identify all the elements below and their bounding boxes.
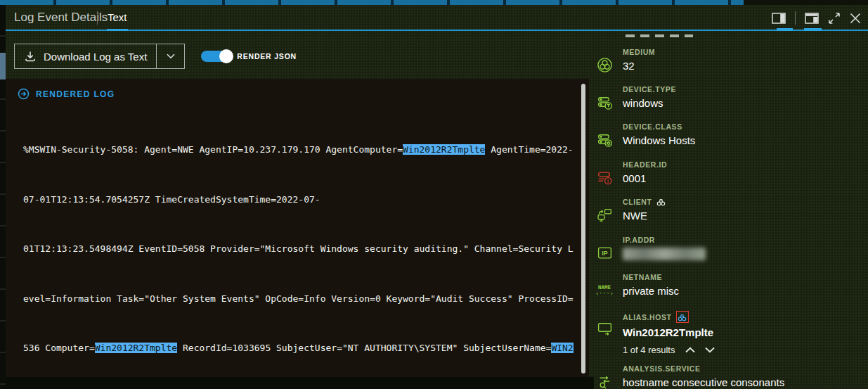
background-rows-sliver: [0, 5, 6, 389]
download-icon: [24, 50, 37, 63]
meta-row-medium: MEDIUM 32: [596, 48, 655, 73]
tab-text[interactable]: Text: [108, 11, 127, 23]
rendered-log-panel: RENDERED LOG %MSWIN-Security-5058: Agent…: [6, 79, 589, 377]
results-count: 1 of 4 results: [623, 345, 675, 355]
log-line: 536 Computer=Win2012R2Tmplte RecordId=10…: [23, 340, 575, 357]
meta-value[interactable]: Windows Hosts: [623, 134, 695, 146]
log-line: evel=Information Task="Other System Even…: [23, 291, 575, 307]
meta-row-netname: NAME‹···› NETNAME private misc: [596, 273, 679, 298]
meta-value[interactable]: 32: [623, 60, 655, 72]
rendered-log-title: RENDERED LOG: [36, 89, 115, 99]
highlighted-term: WIN2: [551, 343, 573, 353]
meta-value[interactable]: NWE: [623, 210, 666, 222]
meta-value[interactable]: Win2012R2Tmplte: [623, 326, 715, 338]
redacted-ip-value[interactable]: [623, 248, 706, 260]
event-meta-sidebar: MEDIUM 32 DEVICE.TYPE windows DEVICE: [594, 31, 868, 389]
meta-value[interactable]: windows: [623, 97, 676, 109]
background-selected-row: [0, 53, 6, 79]
log-scrollbar-thumb[interactable]: [581, 84, 585, 374]
header-divider: [97, 11, 98, 25]
render-json-toggle[interactable]: [201, 51, 232, 62]
background-table-header-strip: [0, 0, 744, 5]
panel-title: Log Event Details: [14, 11, 108, 25]
svg-text:IP: IP: [602, 250, 607, 257]
binoculars-active-icon[interactable]: [676, 311, 689, 323]
meta-row-header-id: HEADER.ID 0001: [596, 160, 667, 186]
meta-row-analysis-service: ANALYSIS.SERVICE hostname consecutive co…: [596, 364, 784, 389]
meta-row-ip-addr: IP IP.ADDR: [596, 236, 706, 261]
meta-row-client: CLIENT NWE: [596, 198, 666, 223]
analysis-service-icon: [596, 374, 613, 389]
meta-row-alias-host: ALIAS.HOST Win2012R2Tmplte 1 of 4 result…: [596, 311, 715, 355]
expand-icon[interactable]: [828, 12, 841, 25]
log-line: 07-01T12:13:54.7054257Z TimeCreatedSyste…: [23, 191, 575, 208]
screen: Log Event Details Text: [0, 0, 868, 389]
meta-value[interactable]: 0001: [623, 172, 667, 184]
medium-icon: [596, 57, 613, 73]
device-class-icon: [596, 132, 613, 148]
alias-host-icon: [596, 320, 613, 355]
panel-header: Log Event Details Text: [6, 5, 868, 31]
header-id-icon: [596, 170, 613, 186]
log-line: %MSWIN-Security-5058: Agent=NWE AgentIP=…: [23, 141, 575, 158]
tab-active-indicator: [107, 29, 128, 31]
client-icon: [596, 207, 613, 223]
clipped-meta-text: [626, 34, 693, 37]
highlighted-term: Win2012R2Tmplte: [403, 144, 485, 155]
binoculars-icon[interactable]: [656, 198, 666, 206]
log-text: %MSWIN-Security-5058: Agent=NWE AgentIP=…: [23, 108, 575, 389]
close-icon[interactable]: [850, 13, 861, 24]
meta-value[interactable]: private misc: [623, 285, 679, 297]
highlighted-term: Win2012R2Tmplte: [95, 343, 177, 353]
meta-row-device-class: DEVICE.CLASS Windows Hosts: [596, 122, 695, 148]
svg-text:‹···›: ‹···›: [596, 290, 613, 297]
toolbar: Download Log as Text RENDER JSON: [14, 44, 297, 69]
meta-row-device-type: DEVICE.TYPE windows: [596, 85, 676, 110]
split-panel-icon[interactable]: [772, 13, 786, 24]
render-json-label: RENDER JSON: [237, 52, 297, 60]
log-line: 01T12:13:23.5498494Z EventID=5058 Provid…: [23, 241, 575, 257]
collapse-section-icon[interactable]: [18, 88, 30, 100]
panel-bottom-strip: [6, 377, 594, 389]
download-button-label: Download Log as Text: [44, 51, 147, 63]
netname-icon: NAME‹···›: [596, 282, 613, 298]
header-icons-divider: [795, 11, 796, 25]
ip-address-icon: IP: [596, 245, 613, 261]
meta-value[interactable]: hostname consecutive consonants: [623, 376, 784, 388]
device-type-icon: [596, 94, 613, 110]
layout-panel-icon[interactable]: [805, 13, 819, 24]
previous-result-chevron[interactable]: [685, 347, 696, 353]
download-log-button[interactable]: Download Log as Text: [14, 44, 185, 69]
next-result-chevron[interactable]: [704, 347, 715, 353]
download-options-chevron[interactable]: [157, 44, 184, 68]
log-event-details-panel: Log Event Details Text: [6, 5, 868, 389]
